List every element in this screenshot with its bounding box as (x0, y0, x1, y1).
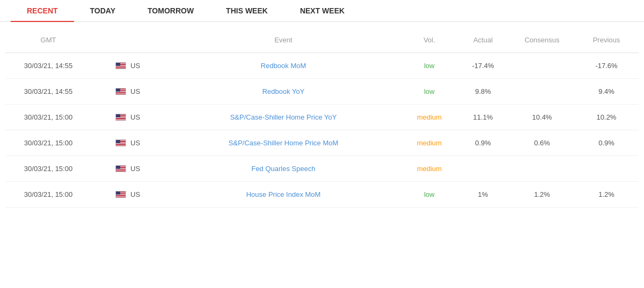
table-header-row: GMT Event Vol. Actual Consensus Previous (5, 27, 639, 53)
cell-country: US (91, 79, 164, 105)
cell-country: US (91, 105, 164, 130)
cell-consensus (510, 53, 574, 79)
nav-tab-tomorrow[interactable]: TOMORROW (131, 0, 210, 21)
us-flag-icon (115, 114, 126, 121)
cell-consensus (510, 79, 574, 105)
cell-volatility: medium (402, 105, 456, 130)
cell-actual: 0.9% (456, 130, 510, 156)
cell-event[interactable]: Fed Quarles Speech (164, 156, 402, 182)
cell-consensus: 0.6% (510, 130, 574, 156)
cell-country: US (91, 130, 164, 156)
cell-event[interactable]: Redbook YoY (164, 79, 402, 105)
cell-actual (456, 156, 510, 182)
cell-actual: 11.1% (456, 105, 510, 130)
col-header-gmt: GMT (5, 27, 91, 53)
col-header-actual: Actual (456, 27, 510, 53)
cell-actual: 1% (456, 182, 510, 208)
nav-tabs-container: RECENTTODAYTOMORROWTHIS WEEKNEXT WEEK (0, 0, 644, 22)
us-flag-icon (115, 88, 126, 95)
cell-consensus: 1.2% (510, 182, 574, 208)
us-flag-icon (115, 62, 126, 69)
cell-gmt: 30/03/21, 15:00 (5, 130, 91, 156)
nav-tab-recent[interactable]: RECENT (11, 0, 74, 21)
cell-country: US (91, 156, 164, 182)
us-flag-icon (115, 191, 126, 198)
table-row: 30/03/21, 15:00USFed Quarles Speechmediu… (5, 156, 639, 182)
cell-event[interactable]: House Price Index MoM (164, 182, 402, 208)
cell-volatility: low (402, 182, 456, 208)
cell-gmt: 30/03/21, 15:00 (5, 156, 91, 182)
cell-volatility: low (402, 53, 456, 79)
cell-gmt: 30/03/21, 14:55 (5, 79, 91, 105)
table-row: 30/03/21, 15:00USHouse Price Index MoMlo… (5, 182, 639, 208)
col-header-previous: Previous (574, 27, 639, 53)
economic-calendar-table: GMT Event Vol. Actual Consensus Previous… (5, 27, 639, 208)
cell-previous: 10.2% (574, 105, 639, 130)
country-label: US (130, 62, 140, 70)
cell-previous: 9.4% (574, 79, 639, 105)
us-flag-icon (115, 165, 126, 172)
cell-previous: -17.6% (574, 53, 639, 79)
cell-country: US (91, 53, 164, 79)
cell-consensus: 10.4% (510, 105, 574, 130)
col-header-event: Event (164, 27, 402, 53)
country-label: US (130, 190, 140, 198)
us-flag-icon (115, 139, 126, 146)
cell-volatility: low (402, 79, 456, 105)
cell-actual: 9.8% (456, 79, 510, 105)
cell-actual: -17.4% (456, 53, 510, 79)
country-label: US (130, 87, 140, 95)
cell-gmt: 30/03/21, 15:00 (5, 105, 91, 130)
cell-event[interactable]: Redbook MoM (164, 53, 402, 79)
nav-tab-today[interactable]: TODAY (74, 0, 131, 21)
table-container: GMT Event Vol. Actual Consensus Previous… (0, 27, 644, 208)
cell-volatility: medium (402, 156, 456, 182)
cell-gmt: 30/03/21, 14:55 (5, 53, 91, 79)
cell-previous (574, 156, 639, 182)
cell-consensus (510, 156, 574, 182)
nav-tab-this_week[interactable]: THIS WEEK (210, 0, 284, 21)
cell-event[interactable]: S&P/Case-Shiller Home Price MoM (164, 130, 402, 156)
country-label: US (130, 113, 140, 121)
country-label: US (130, 165, 140, 173)
table-row: 30/03/21, 15:00USS&P/Case-Shiller Home P… (5, 105, 639, 130)
table-row: 30/03/21, 14:55USRedbook YoYlow9.8%9.4% (5, 79, 639, 105)
table-row: 30/03/21, 15:00USS&P/Case-Shiller Home P… (5, 130, 639, 156)
cell-volatility: medium (402, 130, 456, 156)
table-row: 30/03/21, 14:55USRedbook MoMlow-17.4%-17… (5, 53, 639, 79)
cell-previous: 0.9% (574, 130, 639, 156)
cell-event[interactable]: S&P/Case-Shiller Home Price YoY (164, 105, 402, 130)
cell-gmt: 30/03/21, 15:00 (5, 182, 91, 208)
col-header-consensus: Consensus (510, 27, 574, 53)
country-label: US (130, 139, 140, 147)
cell-country: US (91, 182, 164, 208)
nav-tab-next_week[interactable]: NEXT WEEK (284, 0, 361, 21)
col-header-vol: Vol. (402, 27, 456, 53)
col-header-country (91, 27, 164, 53)
cell-previous: 1.2% (574, 182, 639, 208)
